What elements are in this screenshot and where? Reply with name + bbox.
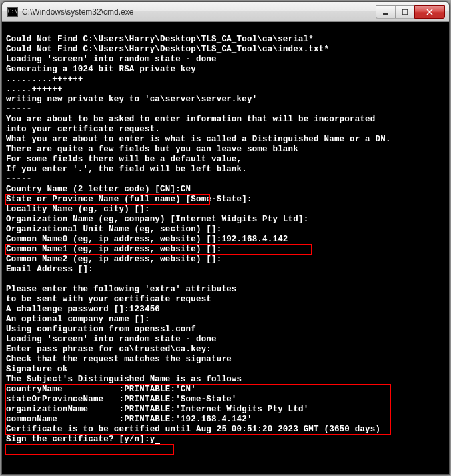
output-line: Common Name1 (eg, ip address, website) [… [6, 245, 221, 254]
output-line: Country Name (2 letter code) [CN]:CN [6, 185, 191, 194]
output-line: ----- [6, 175, 32, 184]
cursor [155, 443, 160, 444]
prompt-line: Sign the certificate? [y/n]:y [6, 435, 155, 444]
output-line: Common Name2 (eg, ip address, website) [… [6, 255, 221, 264]
svg-rect-1 [402, 9, 408, 15]
output-line: An optional company name []: [6, 315, 150, 324]
output-line: to be sent with your certificate request [6, 295, 211, 304]
output-line: For some fields there will be a default … [6, 155, 242, 164]
output-line: Could Not Find C:\Users\Harry\Desktop\TL… [6, 35, 314, 44]
output-line: organizationName :PRINTABLE:'Internet Wi… [6, 405, 308, 414]
minimize-button[interactable] [376, 5, 396, 19]
highlight-box [5, 444, 174, 455]
terminal-output[interactable]: Could Not Find C:\Users\Harry\Desktop\TL… [2, 22, 449, 474]
output-line: .....++++++ [6, 85, 63, 94]
output-line: The Subject's Distinguished Name is as f… [6, 375, 242, 384]
output-line: Common Name0 (eg, ip address, website) [… [6, 235, 288, 244]
output-line: commonName :PRINTABLE:'192.168.4.142' [6, 415, 252, 424]
output-line: .........++++++ [6, 75, 83, 84]
output-line: Signature ok [6, 365, 67, 374]
output-line: ----- [6, 105, 32, 114]
output-line: Loading 'screen' into random state - don… [6, 335, 217, 344]
output-line: Loading 'screen' into random state - don… [6, 55, 217, 64]
output-line: A challenge password []:123456 [6, 305, 160, 314]
maximize-button[interactable] [395, 5, 415, 19]
output-line: Using configuration from openssl.conf [6, 325, 196, 334]
titlebar[interactable]: C:\ C:\Windows\system32\cmd.exe [2, 2, 449, 22]
svg-rect-0 [383, 13, 388, 15]
output-line: Locality Name (eg, city) []: [6, 205, 150, 214]
output-line: into your certificate request. [6, 125, 160, 134]
output-line: Enter pass phrase for ca\trusted\ca.key: [6, 345, 211, 354]
output-line: Certificate is to be certified until Aug… [6, 425, 380, 434]
cmd-icon: C:\ [7, 7, 18, 17]
output-line: Organizational Unit Name (eg, section) [… [6, 225, 221, 234]
minimize-icon [382, 9, 389, 15]
window-title: C:\Windows\system32\cmd.exe [22, 7, 372, 17]
output-line: Please enter the following 'extra' attri… [6, 285, 237, 294]
window-controls [376, 5, 445, 19]
output-line: Generating a 1024 bit RSA private key [6, 65, 196, 74]
output-line: State or Province Name (full name) [Some… [6, 195, 252, 204]
output-line: writing new private key to 'ca\server\se… [6, 95, 257, 104]
maximize-icon [402, 9, 408, 15]
output-line: countryName :PRINTABLE:'CN' [6, 385, 196, 394]
output-line: stateOrProvinceName :PRINTABLE:'Some-Sta… [6, 395, 237, 404]
close-icon [426, 9, 434, 15]
output-line: What you are about to enter is what is c… [6, 135, 391, 144]
output-line: Could Not Find C:\Users\Harry\Desktop\TL… [6, 45, 329, 54]
cmd-window: C:\ C:\Windows\system32\cmd.exe Could No… [1, 1, 450, 475]
output-line: You are about to be asked to enter infor… [6, 115, 376, 124]
output-line: Email Address []: [6, 265, 93, 274]
output-line: If you enter '.', the field will be left… [6, 165, 247, 174]
output-line: There are quite a few fields but you can… [6, 145, 298, 154]
close-button[interactable] [414, 5, 445, 19]
output-line: Organization Name (eg, company) [Interne… [6, 215, 308, 224]
output-line: Check that the request matches the signa… [6, 355, 232, 364]
